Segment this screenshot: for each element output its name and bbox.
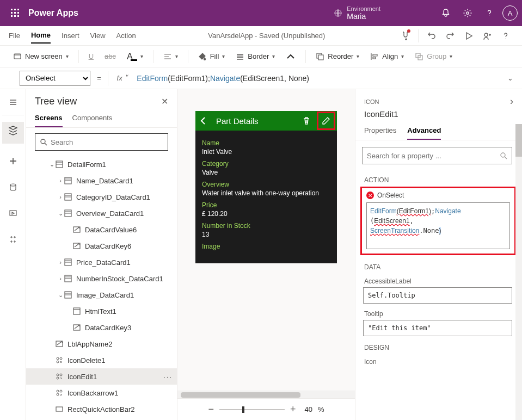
font-color-button[interactable]: A▾	[122, 50, 148, 64]
close-icon[interactable]: ✕	[161, 96, 168, 107]
delete-icon[interactable]	[299, 113, 314, 128]
reorder-button[interactable]: Reorder▾	[311, 50, 364, 63]
zoom-slider[interactable]	[219, 409, 285, 410]
menu-home[interactable]: Home	[31, 28, 51, 44]
tree-item-icon	[56, 373, 65, 380]
tree-item-Overview_DataCard1[interactable]: ⌄Overview_DataCard1	[26, 205, 177, 221]
tree-item-HtmlText1[interactable]: HtmlText1	[26, 303, 177, 319]
tree-item-NumberInStock_DataCard1[interactable]: ›NumberInStock_DataCard1	[26, 270, 177, 287]
tree-expander[interactable]: ›	[57, 259, 64, 265]
align-button[interactable]: Align▾	[366, 50, 408, 63]
hamburger-icon[interactable]	[2, 94, 24, 115]
format-painter-button[interactable]	[281, 51, 300, 63]
strikethrough-button[interactable]: abc	[100, 50, 120, 63]
property-search-input[interactable]	[367, 152, 500, 160]
tree-search[interactable]	[35, 133, 168, 151]
zoom-in-button[interactable]: +	[290, 404, 296, 415]
property-selector[interactable]: OnSelect	[20, 71, 90, 86]
svg-point-11	[484, 33, 488, 36]
svg-point-36	[60, 374, 62, 376]
preview-field-value: Water inlet valve with one-way operation	[202, 189, 330, 197]
chevron-right-icon[interactable]: ›	[510, 96, 513, 107]
accessiblelabel-input[interactable]: Self.Tooltip	[363, 287, 512, 304]
notifications-icon[interactable]	[435, 2, 457, 24]
underline-button[interactable]: U	[84, 50, 98, 63]
menu-action[interactable]: Action	[116, 28, 136, 43]
advanced-tools-icon[interactable]	[2, 228, 24, 250]
group-button[interactable]: Group▾	[410, 50, 457, 63]
tree-expander[interactable]: ›	[57, 194, 64, 200]
menu-view[interactable]: View	[90, 28, 106, 43]
waffle-icon[interactable]	[4, 2, 26, 24]
tree-expander[interactable]: ›	[57, 177, 64, 184]
tab-properties[interactable]: Properties	[364, 122, 396, 140]
tree-item-RectQuickActionBar2[interactable]: RectQuickActionBar2	[26, 401, 177, 417]
tree-item-IconDelete1[interactable]: IconDelete1	[26, 352, 177, 368]
menu-file[interactable]: File	[9, 28, 20, 43]
tree-expander[interactable]: ›	[57, 275, 64, 282]
formula-expand-icon[interactable]: ⌄	[507, 74, 513, 82]
canvas-scrollbar-h[interactable]	[177, 391, 355, 398]
svg-point-34	[57, 361, 59, 363]
settings-icon[interactable]	[457, 2, 478, 24]
property-search[interactable]	[362, 147, 512, 164]
group-design-label: DESIGN	[355, 338, 522, 354]
menu-bar: File Home Insert View Action VanArsdelAp…	[0, 26, 522, 46]
tooltip-input[interactable]: "Edit this item"	[363, 320, 512, 336]
fill-button[interactable]: Fill▾	[194, 50, 230, 63]
preview-field-value: £ 120.20	[202, 210, 330, 218]
tree-item-DetailForm1[interactable]: ⌄DetailForm1	[26, 156, 177, 172]
tree-expander[interactable]: ⌄	[57, 292, 64, 299]
insert-icon[interactable]	[2, 150, 24, 172]
tree-item-DataCardKey6[interactable]: DataCardKey6	[26, 238, 177, 254]
group-data-label: DATA	[355, 258, 522, 273]
tree-item-Price_DataCard1[interactable]: ›Price_DataCard1	[26, 254, 177, 270]
preview-field-label: Name	[202, 139, 330, 147]
tree-item-IconEdit1[interactable]: IconEdit1···	[26, 368, 177, 385]
redo-icon[interactable]	[443, 28, 458, 44]
play-icon[interactable]	[461, 28, 476, 44]
properties-scrollbar[interactable]	[515, 124, 522, 420]
share-icon[interactable]	[480, 28, 495, 44]
tree-expander[interactable]: ⌄	[57, 210, 64, 217]
user-avatar[interactable]: A	[502, 5, 518, 21]
tab-advanced[interactable]: Advanced	[407, 122, 441, 140]
help-icon-menubar[interactable]	[498, 28, 513, 44]
phone-preview: Part Details NameInlet ValveCategoryValv…	[195, 111, 337, 263]
media-icon[interactable]	[2, 202, 24, 224]
undo-icon[interactable]	[424, 28, 439, 44]
tree-item-IconBackarrow1[interactable]: IconBackarrow1	[26, 385, 177, 401]
tree-item-Image_DataCard1[interactable]: ⌄Image_DataCard1	[26, 287, 177, 303]
environment-picker[interactable]: Environment Maria	[334, 5, 380, 21]
tree-search-input[interactable]	[51, 138, 163, 146]
formula-input[interactable]: EditForm(EditForm1);Navigate(EditScreen1…	[137, 71, 503, 86]
zoom-out-button[interactable]: −	[208, 404, 214, 415]
help-icon[interactable]	[478, 2, 500, 24]
svg-point-35	[57, 374, 59, 376]
tree-expander[interactable]: ⌄	[48, 161, 56, 168]
tree-item-icon	[73, 307, 83, 315]
tree-item-label: IconDelete1	[67, 356, 105, 365]
tree-item-DataCardValue6[interactable]: DataCardValue6	[26, 221, 177, 238]
tree-tab-screens[interactable]: Screens	[35, 109, 63, 127]
align-text-button[interactable]: ▾	[159, 50, 182, 63]
tree-item-label: DataCardKey3	[85, 324, 131, 332]
tree-item-DataCardKey3[interactable]: DataCardKey3	[26, 319, 177, 336]
new-screen-button[interactable]: New screen ▾	[9, 50, 73, 63]
menu-insert[interactable]: Insert	[62, 28, 79, 43]
onselect-formula-input[interactable]: EditForm(EditForm1);Navigate(EditScreen1…	[366, 202, 510, 249]
app-checker-icon[interactable]	[397, 28, 413, 44]
back-icon[interactable]	[199, 116, 212, 126]
more-icon[interactable]: ···	[163, 373, 173, 381]
tree-item-LblAppName2[interactable]: LblAppName2	[26, 336, 177, 352]
tree-view-icon[interactable]	[2, 122, 24, 144]
preview-field-label: Category	[202, 160, 330, 168]
tree-item-Name_DataCard1[interactable]: ›Name_DataCard1	[26, 172, 177, 189]
svg-rect-7	[14, 15, 16, 17]
data-icon[interactable]	[2, 176, 24, 198]
edit-icon[interactable]	[318, 113, 334, 128]
tree-item-CategoryID_DataCard1[interactable]: ›CategoryID_DataCard1	[26, 189, 177, 205]
border-button[interactable]: Border▾	[231, 50, 279, 63]
tree-tab-components[interactable]: Components	[72, 109, 113, 127]
control-type-label: ICON	[364, 98, 379, 105]
